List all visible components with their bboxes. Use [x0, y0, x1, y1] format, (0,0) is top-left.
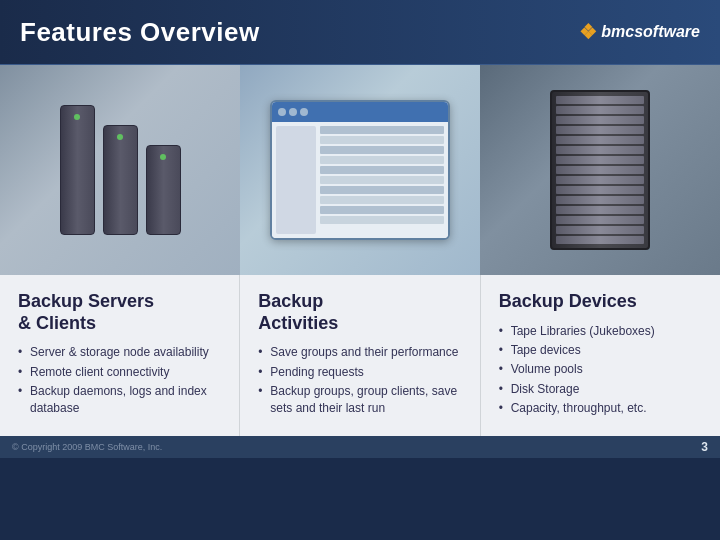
bullet-item: Tape devices	[499, 342, 702, 359]
bullet-item: Server & storage node availability	[18, 344, 221, 361]
screen-sidebar	[276, 126, 316, 234]
activities-image	[240, 65, 480, 275]
server-led-2	[117, 134, 123, 140]
screen-row-5	[320, 166, 444, 174]
rack-unit-10	[556, 186, 644, 194]
rack-unit-15	[556, 236, 644, 244]
bullet-item: Save groups and their performance	[258, 344, 461, 361]
screen-row-6	[320, 176, 444, 184]
screen-btn-3	[300, 108, 308, 116]
bullet-item: Capacity, throughput, etc.	[499, 400, 702, 417]
section-title-devices: Backup Devices	[499, 291, 702, 313]
rack-unit-12	[556, 206, 644, 214]
section-title-activities: Backup Activities	[258, 291, 461, 334]
screen-row-4	[320, 156, 444, 164]
screen-titlebar	[272, 102, 448, 122]
screen-row-9	[320, 206, 444, 214]
rack-unit-7	[556, 156, 644, 164]
page-number: 3	[701, 440, 708, 454]
page-header: Features Overview ❖ bmcsoftware	[0, 0, 720, 65]
section-backup-activities: Backup Activities Save groups and their …	[240, 275, 480, 436]
page-title: Features Overview	[20, 17, 260, 48]
screen-content	[320, 126, 444, 234]
screen-row-3	[320, 146, 444, 154]
screen-row-7	[320, 186, 444, 194]
bullet-item: Backup daemons, logs and index database	[18, 383, 221, 418]
server-unit-1	[60, 105, 95, 235]
devices-image	[480, 65, 720, 275]
rack-unit-3	[556, 116, 644, 124]
bmc-logo-text: bmcsoftware	[601, 23, 700, 41]
bullet-item: Remote client connectivity	[18, 364, 221, 381]
rack-unit-9	[556, 176, 644, 184]
screen-illustration	[270, 100, 450, 240]
bullet-list-activities: Save groups and their performance Pendin…	[258, 344, 461, 418]
server-unit-2	[103, 125, 138, 235]
server-led-1	[74, 114, 80, 120]
server-unit-3	[146, 145, 181, 235]
screen-row-2	[320, 136, 444, 144]
screen-row-8	[320, 196, 444, 204]
rack-unit-13	[556, 216, 644, 224]
copyright-text: © Copyright 2009 BMC Software, Inc.	[12, 442, 162, 452]
bullet-item: Pending requests	[258, 364, 461, 381]
rack-unit-1	[556, 96, 644, 104]
section-title-servers: Backup Servers & Clients	[18, 291, 221, 334]
servers-image	[0, 65, 240, 275]
bullet-item: Backup groups, group clients, save sets …	[258, 383, 461, 418]
rack-unit-6	[556, 146, 644, 154]
image-row	[0, 65, 720, 275]
server-tower-illustration	[60, 105, 181, 235]
bullet-item: Volume pools	[499, 361, 702, 378]
page-footer: © Copyright 2009 BMC Software, Inc. 3	[0, 436, 720, 458]
screen-row-10	[320, 216, 444, 224]
rack-unit-11	[556, 196, 644, 204]
rack-unit-8	[556, 166, 644, 174]
rack-unit-2	[556, 106, 644, 114]
bmc-logo-icon: ❖	[579, 20, 597, 44]
bullet-list-servers: Server & storage node availability Remot…	[18, 344, 221, 418]
screen-btn-1	[278, 108, 286, 116]
bullet-item: Tape Libraries (Jukeboxes)	[499, 323, 702, 340]
server-led-3	[160, 154, 166, 160]
section-backup-servers: Backup Servers & Clients Server & storag…	[0, 275, 240, 436]
bullet-item: Disk Storage	[499, 381, 702, 398]
rack-unit-5	[556, 136, 644, 144]
rack-unit-14	[556, 226, 644, 234]
rack-unit-4	[556, 126, 644, 134]
content-row: Backup Servers & Clients Server & storag…	[0, 275, 720, 436]
bmc-logo: ❖ bmcsoftware	[579, 20, 700, 44]
screen-body	[272, 122, 448, 238]
storage-rack-illustration	[550, 90, 650, 250]
screen-btn-2	[289, 108, 297, 116]
bullet-list-devices: Tape Libraries (Jukeboxes) Tape devices …	[499, 323, 702, 418]
section-backup-devices: Backup Devices Tape Libraries (Jukeboxes…	[481, 275, 720, 436]
screen-row-1	[320, 126, 444, 134]
